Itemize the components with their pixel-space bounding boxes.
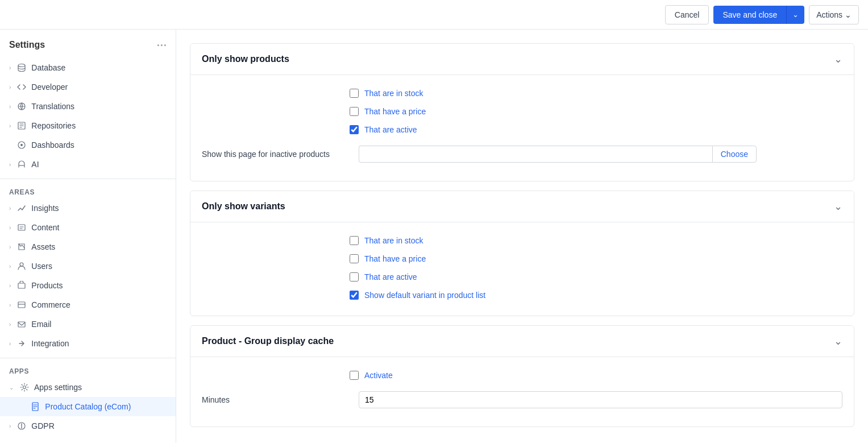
variants-have-price-label[interactable]: That have a price	[364, 254, 426, 263]
section-cache-header[interactable]: Product - Group display cache ⌄	[190, 326, 854, 357]
field-row-minutes: Minutes	[202, 384, 842, 415]
sidebar-item-product-catalog-label: Product Catalog (eCom)	[45, 402, 131, 411]
sidebar-item-database-label: Database	[31, 63, 65, 72]
assets-icon	[16, 242, 27, 252]
cancel-button[interactable]: Cancel	[665, 5, 709, 24]
variants-have-price-checkbox[interactable]	[350, 254, 359, 263]
sidebar: Settings ⋯ › Database › Developer › Tran…	[0, 30, 176, 443]
sidebar-item-dashboards[interactable]: › Dashboards	[0, 135, 176, 155]
products-are-active-label[interactable]: That are active	[364, 125, 417, 134]
variants-are-active-checkbox[interactable]	[350, 272, 359, 281]
sidebar-item-translations[interactable]: › Translations	[0, 97, 176, 116]
sidebar-item-assets[interactable]: › Assets	[0, 237, 176, 256]
variants-are-active-label[interactable]: That are active	[364, 272, 417, 281]
svg-point-10	[23, 386, 26, 389]
users-icon	[16, 261, 27, 271]
sidebar-item-product-catalog[interactable]: › Product Catalog (eCom)	[0, 397, 176, 416]
variants-default-checkbox[interactable]	[350, 291, 359, 300]
sidebar-item-products[interactable]: › Products	[0, 276, 176, 295]
sidebar-item-ai[interactable]: › AI	[0, 155, 176, 174]
svg-point-0	[18, 64, 25, 67]
sidebar-item-integration[interactable]: › Integration	[0, 334, 176, 353]
sidebar-item-integration-label: Integration	[31, 339, 69, 348]
sidebar-item-gdpr-label: GDPR	[31, 421, 54, 430]
save-and-close-button[interactable]: Save and close	[713, 6, 786, 24]
dashboard-icon	[16, 140, 27, 150]
variants-in-stock-label[interactable]: That are in stock	[364, 236, 423, 245]
section-cache-body: Activate Minutes	[190, 357, 854, 427]
section-products-header[interactable]: Only show products ⌄	[190, 44, 854, 74]
save-group: Save and close ⌄	[713, 6, 804, 24]
checkbox-variants-have-price: That have a price	[350, 250, 842, 268]
products-in-stock-checkbox[interactable]	[350, 89, 359, 98]
more-options-icon[interactable]: ⋯	[156, 39, 167, 51]
variants-default-label[interactable]: Show default variant in product list	[364, 291, 485, 300]
inactive-products-input[interactable]	[359, 146, 712, 163]
sidebar-item-email[interactable]: › Email	[0, 314, 176, 334]
gdpr-icon	[16, 421, 27, 431]
sidebar-item-content-label: Content	[31, 223, 59, 232]
checkbox-variants-default: Show default variant in product list	[350, 286, 842, 304]
products-have-price-checkbox[interactable]	[350, 107, 359, 116]
section-only-show-variants: Only show variants ⌄ That are in stock T…	[190, 191, 854, 316]
sidebar-title: Settings ⋯	[0, 34, 176, 58]
layout: Settings ⋯ › Database › Developer › Tran…	[0, 30, 868, 443]
sidebar-item-developer[interactable]: › Developer	[0, 77, 176, 97]
products-in-stock-label[interactable]: That are in stock	[364, 89, 423, 98]
variants-checkboxes: That are in stock That have a price That…	[202, 231, 842, 304]
section-cache-collapse-icon: ⌄	[834, 335, 842, 347]
products-have-price-label[interactable]: That have a price	[364, 107, 426, 116]
sidebar-item-users[interactable]: › Users	[0, 256, 176, 276]
section-cache-title: Product - Group display cache	[202, 336, 334, 346]
sidebar-item-insights[interactable]: › Insights	[0, 198, 176, 218]
divider-areas	[0, 179, 176, 179]
database-icon	[16, 63, 27, 73]
choose-button[interactable]: Choose	[712, 146, 757, 163]
actions-button[interactable]: Actions ⌄	[809, 5, 859, 24]
cache-activate-label[interactable]: Activate	[364, 371, 393, 380]
minutes-input[interactable]	[359, 391, 842, 408]
sidebar-item-gdpr[interactable]: › GDPR	[0, 416, 176, 436]
sidebar-item-apps-settings-label: Apps settings	[34, 383, 82, 392]
svg-rect-8	[18, 302, 25, 308]
sidebar-item-developer-label: Developer	[31, 82, 68, 92]
checkbox-products-in-stock: That are in stock	[350, 84, 842, 102]
inactive-products-input-group: Choose	[359, 146, 842, 163]
sidebar-item-commerce[interactable]: › Commerce	[0, 295, 176, 314]
section-group-cache: Product - Group display cache ⌄ Activate…	[190, 325, 854, 427]
main-content: Only show products ⌄ That are in stock T…	[176, 30, 868, 443]
products-are-active-checkbox[interactable]	[350, 125, 359, 134]
choose-input-group: Choose	[359, 146, 757, 163]
gear-icon	[19, 382, 30, 392]
sidebar-item-products-label: Products	[31, 281, 63, 290]
sidebar-item-translations-label: Translations	[31, 102, 74, 111]
ai-icon	[16, 159, 27, 169]
areas-label: Areas	[0, 184, 176, 198]
checkbox-products-have-price: That have a price	[350, 102, 842, 121]
section-variants-header[interactable]: Only show variants ⌄	[190, 191, 854, 222]
sidebar-item-dashboards-label: Dashboards	[31, 140, 74, 150]
section-products-collapse-icon: ⌄	[834, 53, 842, 65]
save-caret-button[interactable]: ⌄	[786, 6, 804, 24]
products-icon	[16, 280, 27, 291]
apps-label: Apps	[0, 363, 176, 378]
sidebar-item-content[interactable]: › Content	[0, 218, 176, 237]
cache-checkboxes: Activate	[202, 366, 842, 384]
variants-in-stock-checkbox[interactable]	[350, 236, 359, 245]
products-checkboxes: That are in stock That have a price That…	[202, 84, 842, 139]
svg-rect-9	[18, 322, 25, 327]
checkbox-products-are-active: That are active	[350, 121, 842, 139]
svg-point-4	[20, 144, 23, 146]
sidebar-item-apps-settings[interactable]: ⌄ Apps settings	[0, 378, 176, 397]
svg-rect-7	[18, 283, 25, 288]
sidebar-item-ai-label: AI	[31, 160, 39, 169]
sidebar-item-repositories[interactable]: › Repositories	[0, 116, 176, 135]
sidebar-item-insights-label: Insights	[31, 204, 59, 213]
section-only-show-products: Only show products ⌄ That are in stock T…	[190, 43, 854, 181]
checkbox-variants-in-stock: That are in stock	[350, 231, 842, 250]
chart-icon	[16, 203, 27, 213]
sidebar-item-database[interactable]: › Database	[0, 58, 176, 77]
inactive-products-label: Show this page for inactive products	[202, 150, 350, 159]
cache-activate-checkbox[interactable]	[350, 371, 359, 380]
commerce-icon	[16, 300, 27, 310]
